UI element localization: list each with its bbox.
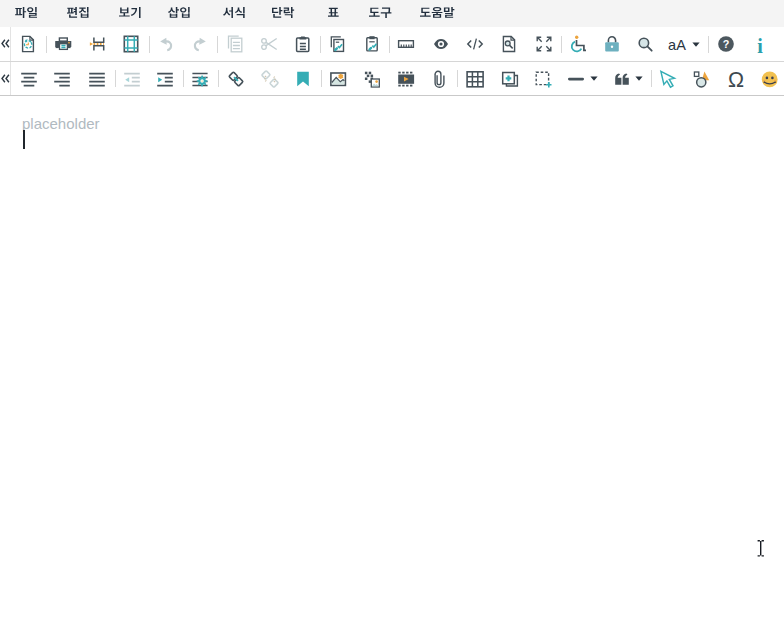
svg-text:?: ? [723,38,730,50]
